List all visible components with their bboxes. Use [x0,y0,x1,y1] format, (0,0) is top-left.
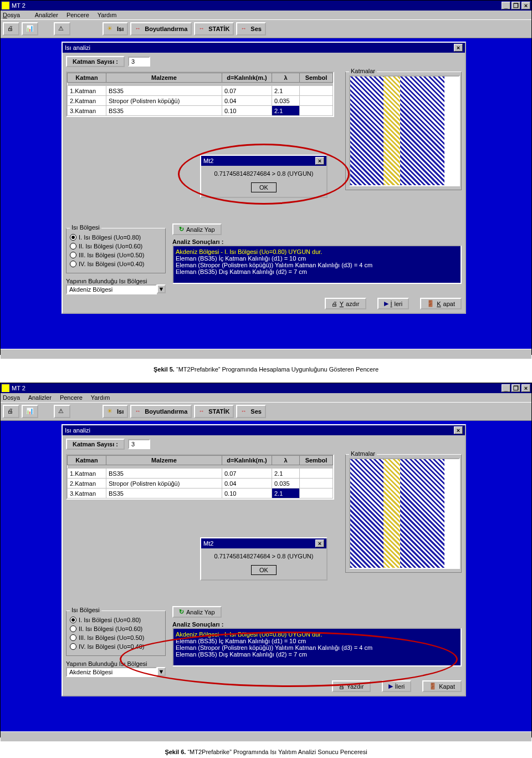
analiz-yap-button[interactable]: Analiz Yap [172,223,222,235]
menu-yardim[interactable]: Yardım [98,12,117,18]
print-icon [7,25,15,33]
warn-icon [58,408,66,415]
katman-sayisi-input[interactable]: 3 [128,439,150,449]
table-row: 2.KatmanStropor (Polistren köpüğü)0.040.… [68,479,333,489]
tool-chart[interactable] [22,405,38,418]
print-icon [7,408,15,415]
refresh-icon [179,608,184,615]
minimize-button[interactable]: _ [502,384,510,392]
tab-boyut[interactable]: Boyutlandırma [130,405,192,418]
results-panel: Akdeniz Bölgesi - I. Isı Bölgesi (Uo=0.8… [172,245,462,284]
menu-pencere[interactable]: Pencere [66,12,89,18]
caption-2: Şekil 6. “MT2Prefabrike” Programında Isı… [0,746,532,756]
tab-statik[interactable]: STATİK [194,405,234,418]
popup-close-button[interactable]: × [315,540,324,547]
popup-ok-button[interactable]: OK [251,182,277,192]
menu-analizler[interactable]: Analizler [35,12,58,18]
statusbar [1,349,531,359]
caption-1: Şekil 5. “MT2Prefabrike” Programında Hes… [0,364,532,374]
layer-table[interactable]: Katman Malzeme d=Kalınlık(m.) λ Sembol 1… [66,454,334,500]
tab-isi[interactable]: Isı [103,22,128,35]
close-button[interactable]: × [521,2,530,9]
popup-title: Mt2 × [201,156,326,166]
tool-chart[interactable] [22,22,38,35]
menu-dosya[interactable]: Dosya [3,12,27,18]
katmalar-legend: Katmalar [349,68,377,74]
combo-arrow-icon[interactable]: ▼ [157,667,166,676]
tool-warn[interactable] [54,22,70,35]
app-window-2: MT 2 _ ❐ × Dosya Analizler Pencere Yardı… [0,383,532,737]
menu-analizler[interactable]: Analizler [28,394,52,401]
menubar: Dosya Analizler Pencere Yardım [1,393,531,402]
sonuc-label: Analiz Sonuçları : [172,238,462,245]
chart-icon [26,408,34,415]
analysis-close-button[interactable]: × [454,426,463,434]
table-row: 2.KatmanStropor (Polistren köpüğü) 0.040… [68,96,333,106]
yazdir-button[interactable]: Yazdır [325,298,366,309]
tab-boyut[interactable]: Boyutlandırma [130,22,192,35]
katmalar-group: Katmalar [345,72,462,190]
app-window-1: MT 2 _ ❐ × Dosya Analizler Pencere Yardı… [0,0,532,355]
yapinin-combo[interactable]: Akdeniz Bölgesi [66,667,157,677]
col-malzeme: Malzeme [106,73,222,83]
app-title: MT 2 [12,2,25,9]
yapinin-combo[interactable]: Akdeniz Bölgesi [66,284,157,294]
popup-title: Mt2 × [201,538,326,548]
close-button[interactable]: × [521,384,530,392]
table-row: 3.KatmanBS35 0.102.1 [68,106,333,116]
maximize-button[interactable]: ❐ [511,2,520,9]
menu-pencere[interactable]: Pencere [60,394,83,401]
arrows-icon [241,25,248,33]
tab-isi[interactable]: Isı [103,405,128,418]
region-2[interactable]: II. Isı Bölgesi (Uo=0.60) [70,243,162,250]
yapinin-label: Yapının Bulunduğu Isı Bölgesi [66,278,166,284]
col-sembol: Sembol [300,73,333,83]
tab-ses[interactable]: Ses [236,22,266,35]
sun-icon [107,408,115,415]
popup-message: 0.717458148274684 > 0.8 (UYGUN) [206,170,322,177]
maximize-button[interactable]: ❐ [511,384,520,392]
layer-visualization [349,75,460,186]
tool-warn[interactable] [54,405,70,418]
katman-sayisi-label: Katman Sayısı : [66,56,125,67]
region-4[interactable]: IV. Isı Bölgesi (Uo=0.40) [70,261,162,267]
region-2[interactable]: II. Isı Bölgesi (Uo=0.60) [70,625,162,632]
popup-close-button[interactable]: × [315,157,324,165]
layer-table[interactable]: Katman Malzeme d=Kalınlık(m.) λ Sembol 1… [66,72,334,117]
warn-icon [58,25,66,33]
tool-print[interactable] [3,22,19,35]
analysis-title: Isı analizi × [63,43,465,53]
chart-icon [26,25,34,33]
kapat-button[interactable]: Kapat [420,298,462,309]
analiz-yap-button[interactable]: Analiz Yap [172,606,222,618]
tab-ses[interactable]: Ses [236,405,266,418]
region-3[interactable]: III. Isı Bölgesi (Uo=0.50) [70,252,162,258]
region-1[interactable]: I. Isı Bölgesi (Uo=0.80) [70,234,162,241]
mdi-desktop: Isı analizi × Katman Sayısı : 3 [1,38,531,349]
menubar: Dosya Analizler Pencere Yardım [1,11,531,19]
kapat-button[interactable]: Kapat [422,680,462,692]
menu-yardim[interactable]: Yardım [91,394,110,401]
katman-sayisi-input[interactable]: 3 [128,57,150,67]
yazdir-button[interactable]: Yazdır [332,680,371,692]
ileri-button[interactable]: İleri [382,680,412,692]
combo-arrow-icon[interactable]: ▼ [157,284,166,293]
tab-statik[interactable]: STATİK [194,22,234,35]
region-4[interactable]: IV. Isı Bölgesi (Uo=0.40) [70,643,162,650]
analysis-close-button[interactable]: × [454,44,463,52]
tool-print[interactable] [3,405,19,418]
app-icon [2,384,9,392]
menu-dosya[interactable]: Dosya [3,394,20,401]
minimize-button[interactable]: _ [502,2,510,9]
close-icon [429,683,437,690]
yapinin-label: Yapının Bulunduğu Isı Bölgesi [66,660,166,667]
popup-ok-button[interactable]: OK [251,565,277,575]
arrows-icon [198,25,206,33]
sonuc-label: Analiz Sonuçları : [172,621,462,628]
arrows-icon [198,408,206,415]
region-3[interactable]: III. Isı Bölgesi (Uo=0.50) [70,634,162,641]
result-popup: Mt2 × 0.717458148274684 > 0.8 (UYGUN) OK [200,155,328,198]
region-1[interactable]: I. Isı Bölgesi (Uo=0.80) [70,617,162,623]
col-d: d=Kalınlık(m.) [222,73,272,83]
ileri-button[interactable]: İleri [377,298,410,309]
